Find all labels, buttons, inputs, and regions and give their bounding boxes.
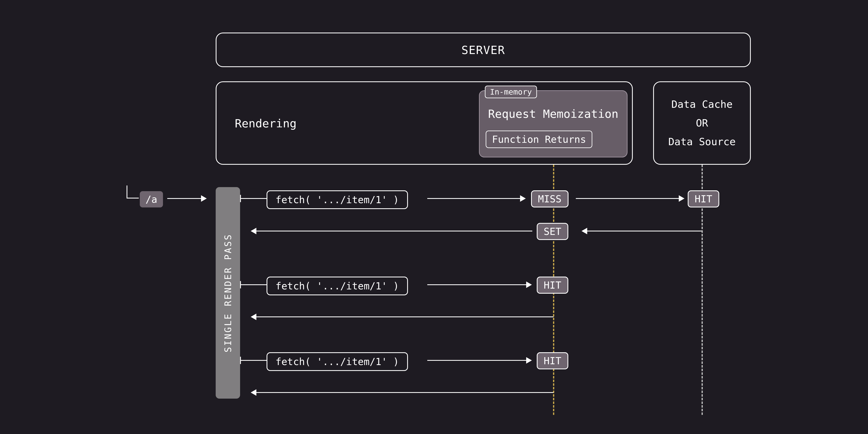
hit-datacache-badge: HIT — [688, 190, 719, 207]
diagram-root: SERVER Rendering In-memory Request Memoi… — [0, 0, 868, 434]
rendering-box: Rendering In-memory Request Memoization … — [216, 81, 633, 165]
connector-bar-to-fetch-3 — [240, 360, 267, 361]
data-cache-l1: Data Cache — [671, 98, 733, 110]
arrow-datacache-to-set — [582, 231, 702, 231]
arrow-set-to-bar — [251, 231, 532, 231]
route-pill: /a — [140, 191, 163, 207]
single-render-pass-label: SINGLE RENDER PASS — [223, 233, 233, 353]
arrow-hit1-to-bar — [251, 316, 553, 317]
data-cache-l2: OR — [696, 117, 708, 129]
hit-badge-2: HIT — [537, 352, 568, 369]
connector-bar-to-fetch-1 — [240, 198, 267, 199]
rendering-label: Rendering — [235, 117, 297, 130]
miss-badge: MISS — [531, 190, 568, 207]
connector-bar-to-fetch-2 — [240, 284, 267, 285]
route-bracket — [127, 186, 139, 199]
hit-badge-1: HIT — [537, 276, 568, 294]
arrow-route-to-bar — [167, 198, 206, 199]
single-render-pass-bar: SINGLE RENDER PASS — [216, 187, 240, 399]
arrow-fetch3-to-hit — [427, 360, 531, 361]
in-memory-badge: In-memory — [485, 86, 537, 98]
fetch-call-3: fetch( '.../item/1' ) — [267, 352, 408, 371]
set-badge: SET — [537, 223, 568, 240]
memoization-box: In-memory Request Memoization Function R… — [479, 90, 627, 158]
data-cache-box: Data Cache OR Data Source — [653, 81, 751, 165]
server-box: SERVER — [216, 33, 751, 67]
arrow-fetch1-to-miss — [427, 198, 525, 199]
arrow-miss-to-hit — [576, 198, 684, 199]
fetch-call-2: fetch( '.../item/1' ) — [267, 276, 408, 295]
arrow-fetch2-to-hit — [427, 284, 531, 285]
server-label: SERVER — [462, 43, 505, 57]
function-returns-box: Function Returns — [486, 131, 592, 148]
memoization-title: Request Memoization — [479, 107, 627, 121]
arrow-hit2-to-bar — [251, 392, 553, 393]
data-cache-l3: Data Source — [668, 136, 736, 148]
fetch-call-1: fetch( '.../item/1' ) — [267, 190, 408, 209]
